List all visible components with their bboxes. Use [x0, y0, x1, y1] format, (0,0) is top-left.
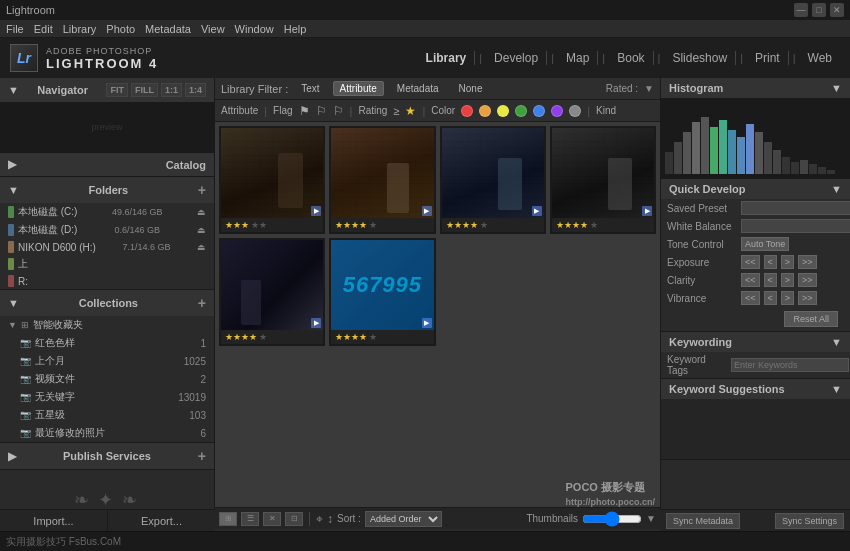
- nav-1to4[interactable]: 1:4: [185, 83, 206, 97]
- menu-window[interactable]: Window: [235, 23, 274, 35]
- module-web[interactable]: Web: [800, 51, 840, 65]
- color-blue-filter[interactable]: [533, 105, 545, 117]
- rating-star-icon[interactable]: ★: [405, 104, 416, 118]
- folder-eject-button[interactable]: ⏏: [197, 207, 206, 217]
- collections-add-button[interactable]: +: [198, 295, 206, 311]
- menu-view[interactable]: View: [201, 23, 225, 35]
- folder-item[interactable]: 本地磁盘 (C:) 49.6/146 GB ⏏: [0, 203, 214, 221]
- flag-picked-icon[interactable]: ⚑: [299, 104, 310, 118]
- nav-fill[interactable]: FILL: [131, 83, 158, 97]
- folder-eject-button[interactable]: ⏏: [197, 225, 206, 235]
- publish-header[interactable]: ▶ Publish Services +: [0, 443, 214, 469]
- histogram-header[interactable]: Histogram ▼: [661, 78, 850, 98]
- close-button[interactable]: ✕: [830, 3, 844, 17]
- reset-all-button[interactable]: Reset All: [784, 311, 838, 327]
- vibrance-decrement[interactable]: <: [764, 291, 777, 305]
- exposure-increment-large[interactable]: >>: [798, 255, 817, 269]
- folders-add-button[interactable]: +: [198, 182, 206, 198]
- navigator-header[interactable]: ▼ Navigator FIT FILL 1:1 1:4: [0, 78, 214, 102]
- survey-view-button[interactable]: ⊡: [285, 512, 303, 526]
- keyword-tags-input[interactable]: [731, 358, 849, 372]
- vibrance-increment[interactable]: >: [781, 291, 794, 305]
- collections-header[interactable]: ▼ Collections +: [0, 290, 214, 316]
- photo-cell[interactable]: ▶ ★★★★★: [329, 126, 435, 234]
- clarity-increment[interactable]: >: [781, 273, 794, 287]
- menu-photo[interactable]: Photo: [106, 23, 135, 35]
- minimize-button[interactable]: —: [794, 3, 808, 17]
- white-balance-input[interactable]: [741, 219, 850, 233]
- maximize-button[interactable]: □: [812, 3, 826, 17]
- color-purple-filter[interactable]: [551, 105, 563, 117]
- exposure-increment[interactable]: >: [781, 255, 794, 269]
- import-button[interactable]: Import...: [0, 510, 108, 529]
- collection-item-nokw[interactable]: 📷 无关键字 13019: [0, 388, 214, 406]
- folder-item[interactable]: NIKON D600 (H:) 7.1/14.6 GB ⏏: [0, 239, 214, 255]
- nav-fit[interactable]: FIT: [106, 83, 128, 97]
- menu-edit[interactable]: Edit: [34, 23, 53, 35]
- module-print[interactable]: Print: [747, 51, 789, 65]
- clarity-increment-large[interactable]: >>: [798, 273, 817, 287]
- sync-metadata-button[interactable]: Sync Metadata: [666, 513, 740, 529]
- folders-header[interactable]: ▼ Folders +: [0, 177, 214, 203]
- vibrance-increment-large[interactable]: >>: [798, 291, 817, 305]
- export-button[interactable]: Export...: [108, 510, 215, 529]
- module-map[interactable]: Map: [558, 51, 598, 65]
- publish-add-button[interactable]: +: [198, 448, 206, 464]
- collection-group-smart[interactable]: ▼ ⊞ 智能收藏夹: [0, 316, 214, 334]
- filter-none-button[interactable]: None: [452, 81, 490, 96]
- photo-cell[interactable]: ▶ ★★★★★: [219, 238, 325, 346]
- color-green-filter[interactable]: [515, 105, 527, 117]
- window-controls[interactable]: — □ ✕: [794, 3, 844, 17]
- module-book[interactable]: Book: [609, 51, 653, 65]
- sync-settings-button[interactable]: Sync Settings: [775, 513, 844, 529]
- filter-metadata-button[interactable]: Metadata: [390, 81, 446, 96]
- color-orange-filter[interactable]: [479, 105, 491, 117]
- grid-view-button[interactable]: ⊞: [219, 512, 237, 526]
- thumbnail-size-slider[interactable]: [582, 514, 642, 524]
- folder-item[interactable]: R:: [0, 273, 214, 289]
- vibrance-decrement-large[interactable]: <<: [741, 291, 760, 305]
- collection-item-last-month[interactable]: 📷 上个月 1025: [0, 352, 214, 370]
- clarity-decrement[interactable]: <: [764, 273, 777, 287]
- collection-item-red[interactable]: 📷 红色色样 1: [0, 334, 214, 352]
- quick-develop-header[interactable]: Quick Develop ▼: [661, 179, 850, 199]
- filter-collapse[interactable]: ▼: [644, 83, 654, 94]
- nav-1to1[interactable]: 1:1: [161, 83, 182, 97]
- menu-library[interactable]: Library: [63, 23, 97, 35]
- menu-help[interactable]: Help: [284, 23, 307, 35]
- compare-view-button[interactable]: ✕: [263, 512, 281, 526]
- folder-eject-button[interactable]: ⏏: [197, 242, 206, 252]
- saved-preset-input[interactable]: [741, 201, 850, 215]
- photo-cell[interactable]: 567995 ▶ ★★★★★: [329, 238, 435, 346]
- flag-unflagged-icon[interactable]: ⚐: [333, 104, 344, 118]
- exposure-decrement[interactable]: <: [764, 255, 777, 269]
- photo-cell[interactable]: ▶ ★★★★★: [219, 126, 325, 234]
- clarity-decrement-large[interactable]: <<: [741, 273, 760, 287]
- catalog-header[interactable]: ▶ Catalog: [0, 153, 214, 176]
- photo-cell[interactable]: ▶ ★★★★★: [550, 126, 656, 234]
- filter-text-button[interactable]: Text: [294, 81, 326, 96]
- color-red-filter[interactable]: [461, 105, 473, 117]
- module-library[interactable]: Library: [418, 51, 476, 65]
- color-gray-filter[interactable]: [569, 105, 581, 117]
- color-yellow-filter[interactable]: [497, 105, 509, 117]
- flag-rejected-icon[interactable]: ⚐: [316, 104, 327, 118]
- filter-attribute-button[interactable]: Attribute: [333, 81, 384, 96]
- collection-item-video[interactable]: 📷 视频文件 2: [0, 370, 214, 388]
- folder-item[interactable]: 上: [0, 255, 214, 273]
- keywording-header[interactable]: Keywording ▼: [661, 332, 850, 352]
- collection-item-5star[interactable]: 📷 五星级 103: [0, 406, 214, 424]
- menu-metadata[interactable]: Metadata: [145, 23, 191, 35]
- exposure-decrement-large[interactable]: <<: [741, 255, 760, 269]
- auto-tone-button[interactable]: Auto Tone: [741, 237, 789, 251]
- collection-item-recent[interactable]: 📷 最近修改的照片 6: [0, 424, 214, 442]
- collapse-icon[interactable]: ▼: [646, 513, 656, 524]
- module-slideshow[interactable]: Slideshow: [664, 51, 736, 65]
- folder-item[interactable]: 本地磁盘 (D:) 0.6/146 GB ⏏: [0, 221, 214, 239]
- loupe-view-button[interactable]: ☰: [241, 512, 259, 526]
- photo-cell[interactable]: ▶ ★★★★★: [440, 126, 546, 234]
- module-develop[interactable]: Develop: [486, 51, 547, 65]
- keyword-suggestions-header[interactable]: Keyword Suggestions ▼: [661, 379, 850, 399]
- sort-select[interactable]: Added Order Capture Time Edit Time Ratin…: [365, 511, 442, 527]
- menu-file[interactable]: File: [6, 23, 24, 35]
